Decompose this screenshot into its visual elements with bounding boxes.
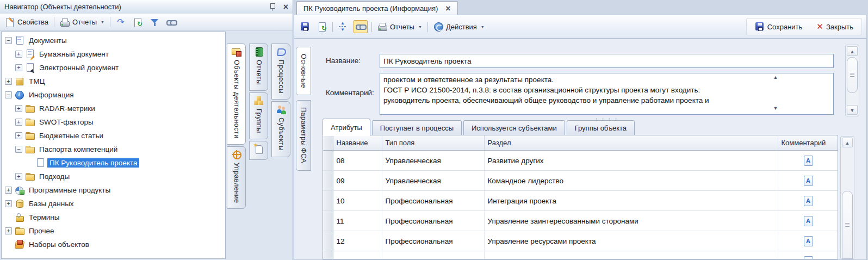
comment-textarea[interactable]: проектом и ответственное за результаты п… [380,73,834,115]
cell-comment[interactable] [778,211,838,231]
tree-item[interactable]: +ТМЦ [2,75,225,88]
table-row[interactable]: 08УправленческаяРазвитие других [323,151,838,171]
document-tab[interactable]: ПК Руководитель проекта (Информация) × [296,1,458,15]
minus-expander-icon[interactable]: − [5,91,12,98]
plus-expander-icon[interactable]: + [5,200,12,207]
minus-expander-icon[interactable]: − [15,146,22,153]
dock-tab-reports[interactable]: Отчеты [249,44,268,91]
tree-item[interactable]: ПК Руководитель проекта [2,156,225,170]
tree-item[interactable]: −Информация [2,88,225,102]
row-indicator[interactable] [323,231,333,251]
table-scrollbar[interactable]: ▲ [840,136,854,259]
tree-item[interactable]: +Электронный документ [2,61,225,75]
cell-field-type[interactable]: Профессиональная [382,211,484,231]
scroll-thumb[interactable] [847,57,858,93]
close-panel-icon[interactable]: × [283,3,288,11]
cell-name[interactable]: 11 [333,211,382,231]
cell-field-type[interactable]: Профессиональная [382,231,484,251]
row-indicator[interactable] [323,171,333,191]
cell-section[interactable]: Управление заинтересованными сторонами [484,211,778,231]
name-input[interactable] [380,54,834,68]
tree-item[interactable]: +Программные продукты [2,183,225,197]
cell-comment[interactable] [778,191,838,211]
text-comment-icon[interactable] [804,176,813,186]
tab-main[interactable]: Основные [296,47,311,95]
cell-field-type[interactable]: Профессиональная [382,191,484,211]
pin-icon[interactable] [269,3,276,11]
tree-item[interactable]: −Документы [2,34,225,47]
row-indicator[interactable] [323,211,333,231]
plus-expander-icon[interactable]: + [15,51,22,58]
dock-tab-groups[interactable]: Группы [249,92,268,139]
save-icon-button[interactable] [299,21,312,33]
tree-item[interactable]: Наборы объектов [2,238,225,251]
cell-name[interactable]: 12 [333,231,382,251]
tree-item[interactable]: +Бумажный документ [2,47,225,61]
plus-expander-icon[interactable]: + [5,78,12,85]
text-comment-icon[interactable] [804,216,813,226]
cell-section[interactable]: Управление ресурсами проекта [484,231,778,251]
cell-section[interactable]: Командное лидерство [484,171,778,191]
tree-item[interactable]: +SWOT-факторы [2,115,225,129]
row-indicator[interactable] [323,251,333,260]
tree-item[interactable]: −Паспорта компетенций [2,143,225,156]
reports-button[interactable]: Отчеты ▼ [376,21,424,33]
col-header[interactable]: Раздел [484,135,778,151]
tab-fsa-params[interactable]: Параметры ФСА [296,100,311,170]
plus-expander-icon[interactable]: + [15,119,22,126]
scroll-down-icon[interactable]: ▼ [847,105,858,115]
cell-comment[interactable] [778,231,838,251]
plus-expander-icon[interactable]: + [15,173,22,180]
link-toggle-button[interactable] [354,20,368,33]
cell-section[interactable]: Развитие других [484,151,778,171]
cell-comment[interactable] [778,171,838,191]
save-button[interactable]: Сохранить [753,21,804,33]
properties-button[interactable]: Свойства [3,16,50,28]
cell-section[interactable]: Управление содержанием проекта [484,251,778,260]
col-header[interactable]: Название [333,135,382,151]
cell-name[interactable]: 10 [333,191,382,211]
link-button[interactable] [165,16,178,28]
cell-comment[interactable] [778,151,838,171]
plus-expander-icon[interactable]: + [15,105,22,112]
cell-name[interactable]: 09 [333,171,382,191]
dock-tab-management[interactable]: Управление [227,146,246,209]
scroll-down-icon[interactable]: ▼ [771,106,780,111]
scroll-up-icon[interactable]: ▲ [771,75,780,80]
cell-name[interactable]: 13 [333,251,382,260]
go-to-button[interactable]: ↷ [114,16,127,28]
close-button[interactable]: ✕ Закрыть [815,21,855,33]
plus-expander-icon[interactable]: + [5,187,12,194]
tree-item[interactable]: +RADAR-метрики [2,102,225,115]
scroll-up-icon[interactable]: ▲ [842,138,853,147]
text-comment-icon[interactable] [804,256,813,260]
row-indicator[interactable] [323,151,333,171]
close-tab-icon[interactable]: × [445,5,450,13]
reports-button[interactable]: Отчеты ▼ [58,16,106,28]
tree-item[interactable]: +Бюджетные статьи [2,129,225,143]
actions-button[interactable]: Действия ▼ [432,21,486,33]
scroll-up-icon[interactable]: ▲ [847,46,858,56]
detail-tab[interactable]: Поступает в процессы [372,120,462,136]
tree-item[interactable]: Термины [2,211,225,224]
form-scrollbar[interactable]: ▲ ▼ [845,45,859,116]
cell-section[interactable]: Интеграция проекта [484,191,778,211]
detail-tab[interactable]: Группы объекта [567,120,635,136]
detail-tab[interactable]: Используется субъектами [463,120,565,136]
text-comment-icon[interactable] [804,236,813,246]
plus-expander-icon[interactable]: + [15,132,22,139]
text-comment-icon[interactable] [804,156,813,166]
table-row[interactable]: 11ПрофессиональнаяУправление заинтересов… [323,211,838,231]
col-header[interactable]: Тип поля [382,135,484,151]
table-row[interactable]: 12ПрофессиональнаяУправление ресурсами п… [323,231,838,251]
cell-comment[interactable] [778,251,838,260]
table-row[interactable]: 09УправленческаяКомандное лидерство [323,171,838,191]
dock-tab-processes[interactable]: Процессы [271,44,290,100]
cell-name[interactable]: 08 [333,151,382,171]
detail-tab[interactable]: Атрибуты [323,119,370,136]
refresh-button[interactable] [315,21,328,33]
split-view-button[interactable]: ▲▼ [337,21,350,33]
text-comment-icon[interactable] [804,196,813,206]
minus-expander-icon[interactable]: − [5,37,12,44]
dock-tab-activity-objects[interactable]: Объекты деятельности [227,44,246,145]
